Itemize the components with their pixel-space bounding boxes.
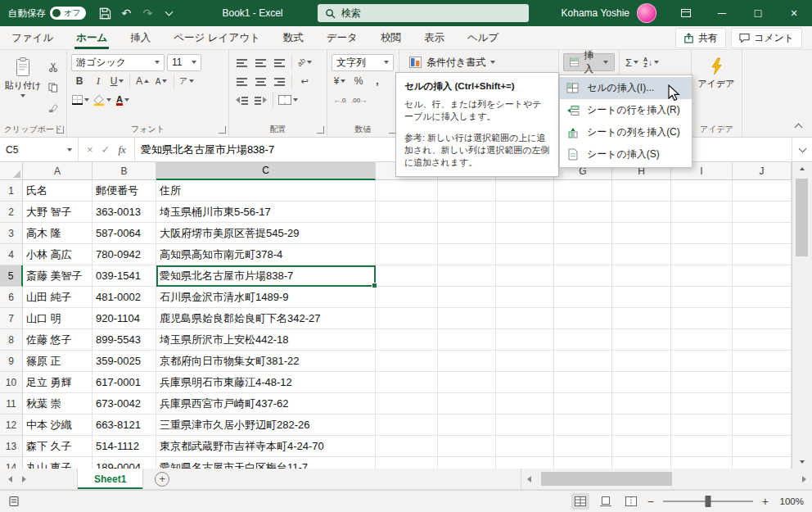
row-header-13[interactable]: 13 [0, 436, 23, 457]
tab-home[interactable]: ホーム [65, 26, 119, 49]
cell-G3[interactable] [554, 223, 612, 244]
cell-A8[interactable]: 佐藤 悠子 [23, 329, 92, 351]
tab-review[interactable]: 校閲 [369, 26, 413, 49]
cell-I5[interactable] [671, 265, 733, 287]
cell-F5[interactable] [496, 265, 554, 287]
cell-F7[interactable] [496, 308, 554, 329]
cell-G13[interactable] [554, 436, 612, 457]
cell-J12[interactable] [733, 415, 792, 436]
cell-I9[interactable] [671, 351, 733, 372]
column-header-J[interactable]: J [733, 162, 792, 180]
cell-E2[interactable] [438, 202, 496, 223]
cell-B3[interactable]: 587-0064 [92, 223, 156, 244]
cell-A12[interactable]: 中本 沙織 [23, 415, 92, 436]
cell-H4[interactable] [612, 244, 671, 265]
cell-B14[interactable]: 189-0004 [92, 457, 156, 469]
cell-G2[interactable] [554, 202, 612, 223]
vertical-scrollbar[interactable] [792, 162, 812, 469]
format-painter-button[interactable] [45, 100, 61, 116]
zoom-in-button[interactable]: + [762, 495, 769, 508]
paste-button[interactable]: 貼り付け [4, 53, 42, 116]
cell-I14[interactable] [671, 457, 733, 469]
increase-decimal-button[interactable]: ←.0 [332, 92, 348, 108]
row-header-4[interactable]: 4 [0, 244, 23, 265]
collapse-ribbon-button[interactable] [791, 120, 805, 132]
cell-A1[interactable]: 氏名 [23, 180, 92, 202]
cell-C2[interactable]: 埼玉県桶川市東5-56-17 [156, 202, 376, 223]
row-header-6[interactable]: 6 [0, 287, 23, 308]
cell-F6[interactable] [496, 287, 554, 308]
cell-D9[interactable] [376, 351, 438, 372]
cell-F11[interactable] [496, 393, 554, 415]
tab-file[interactable]: ファイル [0, 26, 65, 49]
tab-page-layout[interactable]: ページ レイアウト [162, 26, 272, 49]
name-box[interactable]: C5 [0, 138, 79, 161]
sort-filter-button[interactable]: AZ↓ [643, 54, 660, 70]
cut-button[interactable] [45, 59, 61, 75]
cell-A7[interactable]: 山口 明 [23, 308, 92, 329]
zoom-out-button[interactable]: − [647, 495, 654, 508]
redo-button[interactable]: ↷ [137, 2, 158, 25]
cell-H1[interactable] [612, 180, 671, 202]
underline-button[interactable]: U [109, 73, 125, 89]
cell-E13[interactable] [438, 436, 496, 457]
clipboard-dialog-launcher[interactable] [56, 126, 64, 134]
alignment-dialog-launcher[interactable] [317, 126, 324, 134]
cell-C14[interactable]: 愛知県名古屋市天白区梅台11-7 [156, 457, 376, 469]
autosave-toggle[interactable]: オフ [50, 7, 86, 20]
decrease-font-size-button[interactable]: A [153, 73, 169, 89]
cell-D2[interactable] [376, 202, 438, 223]
cell-J5[interactable] [733, 265, 792, 287]
row-header-2[interactable]: 2 [0, 202, 23, 223]
cell-E3[interactable] [438, 223, 496, 244]
align-middle-button[interactable] [252, 54, 268, 70]
fill-color-button[interactable] [92, 92, 112, 108]
decrease-decimal-button[interactable]: .00→ [350, 92, 368, 108]
ribbon-display-options-button[interactable] [668, 0, 704, 26]
cell-J14[interactable] [733, 457, 792, 469]
fill-handle[interactable] [372, 283, 377, 288]
cell-D10[interactable] [376, 372, 438, 393]
row-header-3[interactable]: 3 [0, 223, 23, 244]
increase-font-size-button[interactable]: A [134, 73, 151, 89]
cell-A9[interactable]: 篠原 正 [23, 351, 92, 372]
row-header-10[interactable]: 10 [0, 372, 23, 393]
cell-E8[interactable] [438, 329, 496, 351]
cell-E11[interactable] [438, 393, 496, 415]
merge-center-button[interactable] [277, 92, 299, 108]
zoom-slider[interactable] [663, 501, 753, 502]
select-all-button[interactable] [0, 162, 23, 180]
tab-formulas[interactable]: 数式 [272, 26, 315, 49]
previous-sheet-button[interactable] [8, 476, 12, 483]
cell-D1[interactable] [376, 180, 438, 202]
autosave-control[interactable]: 自動保存 オフ [8, 7, 86, 20]
cell-A11[interactable]: 秋葉 崇 [23, 393, 92, 415]
cell-F8[interactable] [496, 329, 554, 351]
cell-E14[interactable] [438, 457, 496, 469]
scroll-right-button[interactable] [802, 476, 806, 483]
cell-F2[interactable] [496, 202, 554, 223]
row-header-12[interactable]: 12 [0, 415, 23, 436]
formula-bar-expand-button[interactable] [792, 138, 812, 161]
page-break-view-button[interactable] [622, 493, 640, 510]
align-top-button[interactable] [233, 54, 250, 70]
cell-G11[interactable] [554, 393, 612, 415]
cell-J13[interactable] [733, 436, 792, 457]
cell-B1[interactable]: 郵便番号 [92, 180, 156, 202]
cell-J10[interactable] [733, 372, 792, 393]
cell-J9[interactable] [733, 351, 792, 372]
font-size-combobox[interactable]: 11 [167, 54, 201, 71]
cell-D11[interactable] [376, 393, 438, 415]
cell-I6[interactable] [671, 287, 733, 308]
cell-B10[interactable]: 617-0001 [92, 372, 156, 393]
autosum-button[interactable]: Σ [624, 54, 640, 70]
zoom-level[interactable]: 100% [776, 496, 804, 506]
cell-I8[interactable] [671, 329, 733, 351]
cell-J3[interactable] [733, 223, 792, 244]
number-format-combobox[interactable]: 文字列 [332, 54, 394, 71]
cell-E5[interactable] [438, 265, 496, 287]
cell-G8[interactable] [554, 329, 612, 351]
qat-customize-button[interactable] [158, 2, 179, 25]
cell-G9[interactable] [554, 351, 612, 372]
cell-B11[interactable]: 673-0042 [92, 393, 156, 415]
